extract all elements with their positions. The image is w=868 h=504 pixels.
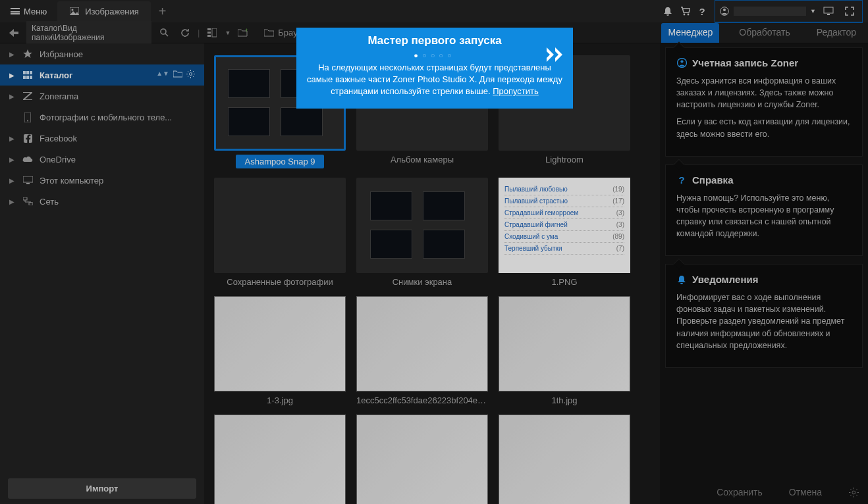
grid-item[interactable] [495,415,634,504]
sidebar-item-onedrive[interactable]: ▶ OneDrive [0,149,204,170]
sidebar-item-mobile-photos[interactable]: Фотографии с мобильного теле... [0,107,204,128]
svg-rect-7 [827,14,830,15]
thumbnail-caption: Lightroom [545,155,583,164]
tree-icon[interactable] [203,24,221,41]
cancel-button[interactable]: Отмена [789,487,822,497]
svg-point-29 [27,120,28,121]
svg-point-3 [687,14,689,16]
wizard-next-button[interactable] [547,46,564,66]
main-menu-button[interactable]: Меню [5,4,52,19]
search-icon[interactable] [155,24,173,41]
new-tab-button[interactable]: + [151,1,175,22]
import-button[interactable]: Импорт [8,478,196,499]
star-icon [22,49,33,59]
svg-rect-25 [26,76,29,79]
svg-rect-30 [24,134,32,143]
folder-icon [263,28,274,38]
image-thumbnail: Пылавший любовью(19)Пылавший страстью(17… [499,178,630,273]
notification-icon[interactable] [659,3,676,20]
sidebar-item-this-pc[interactable]: ▶ Этот компьютер [0,170,204,191]
grid-item[interactable]: Снимки экрана [353,178,491,287]
wizard-page-dots: ●○○○○ [307,51,562,59]
mode-editor[interactable]: Редактор [810,23,863,43]
user-account-area[interactable]: ▼ [715,0,863,23]
image-thumbnail [499,296,630,391]
dropdown-indicator[interactable]: ▼ [225,30,231,36]
thumbnail-grid: Ashampoo Snap 9Альбом камерыLightroomСох… [204,43,660,504]
svg-point-2 [683,14,685,16]
svg-point-1 [72,9,74,11]
refresh-icon[interactable] [176,24,194,41]
image-thumbnail [356,415,488,504]
title-bar: Меню Изображения + ? ▼ [0,0,868,22]
thumbnail-caption: 1-3.jpg [267,395,293,405]
svg-rect-33 [23,197,27,200]
svg-rect-0 [70,7,79,15]
folder-add-icon[interactable] [173,70,182,80]
folder-thumbnail [356,178,488,273]
active-tab[interactable]: Изображения [57,1,151,21]
svg-point-37 [852,491,855,494]
svg-point-5 [723,9,726,11]
cart-icon[interactable] [676,3,693,20]
svg-point-35 [677,59,686,68]
mode-develop[interactable]: Обработать [732,23,796,43]
main-area: ▶ Избранное ▶ Каталог ▲▼ ▶ Zonerama Фото… [0,43,868,504]
network-icon [22,196,33,207]
sidebar-item-catalog[interactable]: ▶ Каталог ▲▼ [0,64,204,86]
help-icon[interactable]: ? [693,3,711,20]
svg-rect-23 [30,71,32,74]
image-icon [69,6,80,16]
svg-point-8 [161,29,166,34]
thumbnail-caption: Сохраненные фотографии [227,277,333,287]
grid-item[interactable]: Сохраненные фотографии [211,178,349,287]
expand-icon: ▶ [9,51,16,58]
sidebar-item-network[interactable]: ▶ Сеть [0,191,204,212]
sort-toggle-icon[interactable]: ▲▼ [156,70,169,80]
catalog-icon [22,70,33,80]
thumbnail-caption: 1ecc5cc2ffc53fdae26223bf204e6085.j... [356,395,488,405]
path-breadcrumb[interactable]: Каталог\Вид папки\Изображения [26,21,151,45]
sidebar-item-facebook[interactable]: ▶ Facebook [0,128,204,149]
save-button[interactable]: Сохранить [717,487,763,497]
thumbnail-caption: Снимки экрана [393,277,452,287]
sidebar-item-favorites[interactable]: ▶ Избранное [0,43,204,64]
user-icon [676,58,687,68]
svg-point-36 [680,60,683,63]
zonerama-icon [22,91,33,101]
sidebar-item-zonerama[interactable]: ▶ Zonerama [0,86,204,107]
expand-icon: ▶ [9,72,16,79]
gear-icon[interactable] [186,70,195,80]
back-icon[interactable] [5,24,22,41]
facebook-icon [22,133,33,143]
thumbnail-caption: Ashampoo Snap 9 [236,155,325,168]
svg-rect-21 [23,71,26,74]
pc-icon [22,175,33,186]
grid-item[interactable] [211,415,349,504]
callout-notifications: Уведомления Информирует вас о ходе выпол… [665,264,863,368]
svg-rect-24 [23,76,26,79]
grid-item[interactable] [353,415,491,504]
thumbnail-caption: 1th.jpg [551,395,577,405]
mode-switcher: Менеджер Обработать Редактор [661,23,863,43]
svg-rect-22 [26,71,29,74]
wizard-title: Мастер первого запуска [307,34,562,47]
hamburger-icon [11,8,20,14]
fullscreen-icon[interactable] [841,3,858,20]
image-thumbnail [356,296,488,391]
svg-rect-11 [207,32,211,34]
svg-rect-32 [26,183,30,184]
add-folder-icon[interactable]: + [234,24,252,41]
monitor-icon[interactable] [820,3,837,20]
mode-manager[interactable]: Менеджер [661,23,719,43]
wizard-skip-link[interactable]: Пропустить [493,86,539,96]
gear-icon[interactable] [848,487,859,497]
grid-item[interactable]: 1-3.jpg [211,296,349,405]
mobile-icon [22,112,33,122]
grid-item[interactable]: Пылавший любовью(19)Пылавший страстью(17… [495,178,634,287]
onedrive-icon [22,154,33,164]
grid-item[interactable]: 1ecc5cc2ffc53fdae26223bf204e6085.j... [353,296,491,405]
expand-icon: ▶ [9,93,16,100]
grid-item[interactable]: 1th.jpg [495,296,634,405]
svg-rect-10 [207,28,211,30]
